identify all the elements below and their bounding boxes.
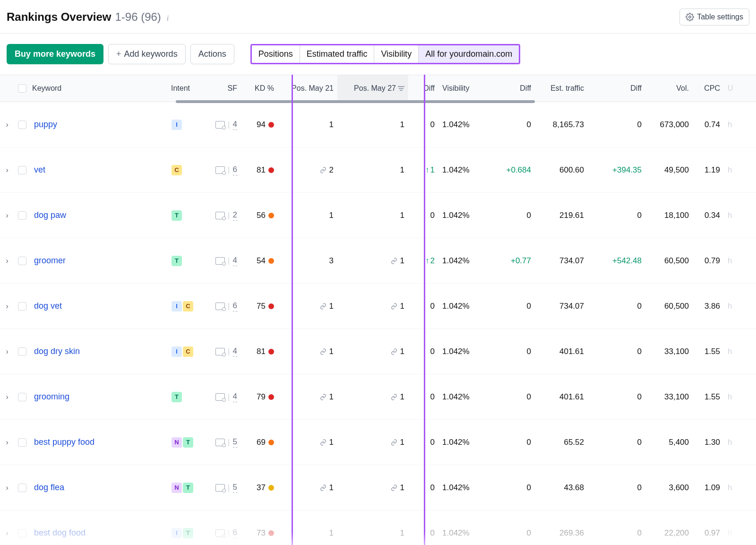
tab-all-for-yourdomain-com[interactable]: All for yourdomain.com bbox=[419, 45, 519, 63]
intent-badge-I: I bbox=[172, 528, 182, 538]
expand-row-icon[interactable]: › bbox=[6, 165, 9, 175]
keyword-link[interactable]: dog paw bbox=[34, 210, 66, 220]
keyword-link[interactable]: puppy bbox=[34, 120, 57, 130]
url-cell[interactable]: h bbox=[724, 165, 743, 175]
info-icon[interactable]: i bbox=[167, 14, 169, 23]
col-cpc[interactable]: CPC bbox=[693, 84, 724, 93]
visibility-cell: 1.042% bbox=[438, 347, 491, 356]
url-cell[interactable]: h bbox=[724, 528, 743, 538]
row-checkbox[interactable] bbox=[18, 529, 26, 537]
select-all-checkbox[interactable] bbox=[18, 84, 26, 93]
row-checkbox[interactable] bbox=[18, 438, 26, 447]
sf-cell[interactable]: |6 bbox=[204, 301, 241, 311]
kd-cell: 73 bbox=[241, 528, 278, 538]
row-checkbox[interactable] bbox=[18, 211, 26, 220]
expand-row-icon[interactable]: › bbox=[6, 347, 9, 356]
col-sf[interactable]: SF bbox=[204, 84, 241, 93]
row-checkbox[interactable] bbox=[18, 121, 26, 129]
expand-row-icon[interactable]: › bbox=[6, 256, 9, 266]
url-cell[interactable]: h bbox=[724, 347, 743, 356]
table-row: ›best puppy foodNT|5691101.042%065.5205,… bbox=[0, 420, 756, 465]
url-cell[interactable]: h bbox=[724, 256, 743, 266]
row-checkbox[interactable] bbox=[18, 484, 26, 492]
serp-features-icon bbox=[215, 257, 225, 265]
intent-cell: C bbox=[167, 165, 204, 175]
col-kd[interactable]: KD % bbox=[241, 84, 278, 93]
url-cell[interactable]: h bbox=[724, 392, 743, 402]
keyword-link[interactable]: best puppy food bbox=[34, 437, 94, 447]
expand-row-icon[interactable]: › bbox=[6, 302, 9, 311]
intent-badge-I: I bbox=[172, 301, 182, 311]
row-checkbox[interactable] bbox=[18, 166, 26, 174]
row-checkbox[interactable] bbox=[18, 257, 26, 265]
sf-cell[interactable]: |5 bbox=[204, 483, 241, 493]
diff2-cell: 0 bbox=[491, 211, 535, 220]
expand-row-icon[interactable]: › bbox=[6, 120, 9, 130]
col-traffic[interactable]: Est. traffic bbox=[535, 84, 588, 93]
expand-row-icon[interactable]: › bbox=[6, 211, 9, 220]
tab-estimated-traffic[interactable]: Estimated traffic bbox=[300, 45, 375, 63]
url-cell[interactable]: h bbox=[724, 438, 743, 447]
visibility-cell: 1.042% bbox=[438, 438, 491, 447]
kd-cell: 75 bbox=[241, 302, 278, 311]
col-diff2[interactable]: Diff bbox=[491, 84, 535, 93]
pos1-cell: 1 bbox=[278, 483, 337, 493]
expand-row-icon[interactable]: › bbox=[6, 528, 9, 538]
col-pos1[interactable]: Pos. May 21 bbox=[278, 84, 337, 93]
row-checkbox[interactable] bbox=[18, 393, 26, 401]
sf-cell[interactable]: |2 bbox=[204, 210, 241, 221]
keyword-link[interactable]: best dog food bbox=[34, 528, 86, 538]
keyword-link[interactable]: dog dry skin bbox=[34, 346, 80, 356]
sf-cell[interactable]: |6 bbox=[204, 165, 241, 175]
keyword-link[interactable]: grooming bbox=[34, 392, 69, 402]
cpc-cell: 1.30 bbox=[693, 438, 724, 447]
actions-button[interactable]: Actions bbox=[190, 44, 234, 64]
intent-cell: NT bbox=[167, 437, 204, 448]
sf-cell[interactable]: |4 bbox=[204, 392, 241, 402]
pos1-cell: 3 bbox=[278, 256, 337, 266]
add-keywords-button[interactable]: + Add keywords bbox=[108, 44, 186, 64]
col-url[interactable]: U bbox=[724, 84, 743, 93]
col-diff3[interactable]: Diff bbox=[588, 84, 645, 93]
diff3-cell: 0 bbox=[588, 211, 645, 220]
sf-cell[interactable]: |4 bbox=[204, 256, 241, 266]
serp-features-icon bbox=[215, 393, 225, 401]
diff2-cell: 0 bbox=[491, 528, 535, 538]
pos1-cell: 1 bbox=[278, 302, 337, 311]
table-row: ›dog pawT|2561101.042%0219.61018,1000.34… bbox=[0, 193, 756, 238]
col-keyword[interactable]: Keyword bbox=[30, 84, 167, 93]
expand-row-icon[interactable]: › bbox=[6, 392, 9, 402]
table-settings-button[interactable]: Table settings bbox=[679, 9, 749, 26]
cpc-cell: 1.55 bbox=[693, 347, 724, 356]
vol-cell: 33,100 bbox=[645, 347, 693, 356]
row-checkbox[interactable] bbox=[18, 347, 26, 356]
sf-cell[interactable]: |4 bbox=[204, 346, 241, 357]
table-row: ›groomerT|45431↑21.042%+0.77734.07+542.4… bbox=[0, 238, 756, 284]
col-visibility[interactable]: Visibility bbox=[438, 84, 491, 93]
tab-positions[interactable]: Positions bbox=[252, 45, 300, 63]
col-diff1[interactable]: Diff bbox=[408, 84, 438, 93]
tab-visibility[interactable]: Visibility bbox=[374, 45, 419, 63]
diff1-cell: 0 bbox=[408, 392, 438, 402]
expand-row-icon[interactable]: › bbox=[6, 438, 9, 447]
intent-cell: NT bbox=[167, 483, 204, 493]
col-vol[interactable]: Vol. bbox=[645, 84, 693, 93]
row-checkbox[interactable] bbox=[18, 302, 26, 311]
sf-cell[interactable]: |5 bbox=[204, 437, 241, 448]
sf-cell[interactable]: |6 bbox=[204, 528, 241, 538]
pos1-cell: 1 bbox=[278, 347, 337, 356]
sf-cell[interactable]: |4 bbox=[204, 120, 241, 130]
keyword-link[interactable]: groomer bbox=[34, 256, 66, 266]
url-cell[interactable]: h bbox=[724, 483, 743, 493]
diff2-cell: +0.684 bbox=[491, 165, 535, 175]
url-cell[interactable]: h bbox=[724, 120, 743, 130]
buy-keywords-button[interactable]: Buy more keywords bbox=[7, 44, 103, 64]
keyword-link[interactable]: vet bbox=[34, 165, 45, 175]
url-cell[interactable]: h bbox=[724, 211, 743, 220]
keyword-link[interactable]: dog vet bbox=[34, 301, 62, 311]
expand-row-icon[interactable]: › bbox=[6, 483, 9, 493]
col-intent[interactable]: Intent bbox=[167, 84, 204, 93]
keyword-link[interactable]: dog flea bbox=[34, 483, 64, 493]
url-cell[interactable]: h bbox=[724, 302, 743, 311]
col-pos2[interactable]: Pos. May 27 bbox=[337, 75, 408, 102]
